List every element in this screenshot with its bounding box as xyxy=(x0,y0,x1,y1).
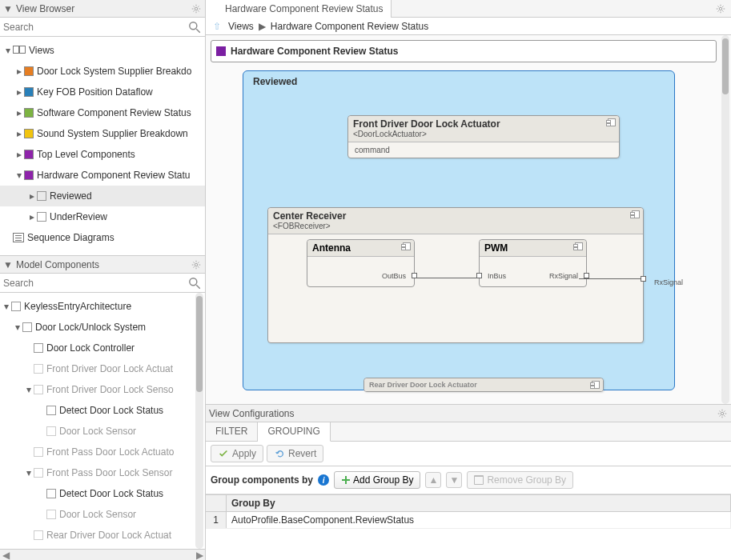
group-icon xyxy=(37,212,46,222)
diagram-title-box: Hardware Component Review Status xyxy=(211,40,717,62)
gear-icon[interactable] xyxy=(191,259,202,270)
scrollbar-vertical[interactable] xyxy=(195,293,203,549)
view-browser-search xyxy=(0,18,205,37)
tree-item[interactable]: ▾Front Driver Door Lock Senso xyxy=(0,379,205,400)
component-icon xyxy=(22,322,32,332)
connector-line xyxy=(579,278,646,279)
breadcrumb: ⇧ Views ▶ Hardware Component Review Stat… xyxy=(206,18,731,35)
component-icon xyxy=(592,381,600,389)
tree-item[interactable]: Front Driver Door Lock Actuat xyxy=(0,358,205,379)
revert-icon xyxy=(274,448,285,459)
diagram-canvas[interactable]: Hardware Component Review Status Reviewe… xyxy=(206,35,731,404)
search-input[interactable] xyxy=(3,19,187,35)
nested-component-pwm[interactable]: PWM InBus RxSignal xyxy=(479,239,587,287)
port-icon[interactable] xyxy=(476,273,482,278)
component-icon xyxy=(34,468,43,478)
search-icon[interactable] xyxy=(187,20,202,34)
component-icon xyxy=(403,242,411,250)
search-input[interactable] xyxy=(3,275,187,291)
port-label: InBus xyxy=(488,272,506,280)
view-sub-underreview[interactable]: ▸UnderReview xyxy=(0,206,205,227)
move-down-button[interactable]: ▼ xyxy=(446,472,462,488)
nested-component-antenna[interactable]: Antenna OutBus xyxy=(307,239,415,287)
apply-button[interactable]: Apply xyxy=(211,445,263,462)
tree-item[interactable]: ▾Front Pass Door Lock Sensor xyxy=(0,462,205,483)
check-icon xyxy=(218,448,229,459)
collapse-caret-icon[interactable]: ▼ xyxy=(3,3,13,14)
views-root-node[interactable]: ▾ Views xyxy=(0,40,205,61)
sequence-diagrams-node[interactable]: Sequence Diagrams xyxy=(0,227,205,248)
port-icon[interactable] xyxy=(641,276,646,282)
view-item[interactable]: ▸Top Level Components xyxy=(0,144,205,165)
svg-point-3 xyxy=(195,263,198,266)
color-swatch-icon xyxy=(216,46,226,56)
model-components-search xyxy=(0,274,205,293)
view-item[interactable]: ▸Door Lock System Supplier Breakdo xyxy=(0,61,205,82)
component-icon xyxy=(11,302,21,311)
gear-icon[interactable] xyxy=(715,3,726,14)
view-browser-header: ▼ View Browser xyxy=(0,0,205,18)
tree-item[interactable]: Door Lock Sensor xyxy=(0,421,205,442)
svg-point-1 xyxy=(190,22,197,29)
view-item[interactable]: ▸Key FOB Position Dataflow xyxy=(0,82,205,102)
view-browser-title: View Browser xyxy=(16,3,187,14)
port-label: RxSignal xyxy=(549,272,578,280)
tab-filter[interactable]: FILTER xyxy=(206,422,258,441)
model-root-node[interactable]: ▾KeylessEntryArchitecture xyxy=(0,296,205,317)
tree-item[interactable]: Detect Door Lock Status xyxy=(0,483,205,504)
color-swatch-icon xyxy=(24,87,34,97)
color-swatch-icon xyxy=(24,129,34,138)
view-sub-reviewed[interactable]: ▸Reviewed xyxy=(0,186,205,206)
component-center-receiver[interactable]: Center Receiver <FOBReceiver> Antenna Ou… xyxy=(267,207,644,343)
scroll-right-icon[interactable]: ▶ xyxy=(194,550,205,561)
tree-item[interactable]: Door Lock Sensor xyxy=(0,504,205,525)
tree-item[interactable]: Front Pass Door Lock Actuato xyxy=(0,442,205,462)
tab-grouping[interactable]: GROUPING xyxy=(258,422,330,442)
tree-item[interactable]: ▾Door Lock/Unlock System xyxy=(0,317,205,338)
component-actuator-rear[interactable]: Rear Driver Door Lock Actuator xyxy=(363,378,604,392)
connector-line xyxy=(415,278,479,278)
svg-line-2 xyxy=(196,29,200,33)
breadcrumb-item[interactable]: Hardware Component Review Status xyxy=(271,21,428,32)
move-up-button[interactable]: ▲ xyxy=(425,472,441,488)
view-item-current[interactable]: ▾Hardware Component Review Statu xyxy=(0,165,205,186)
gear-icon[interactable] xyxy=(191,3,202,14)
trash-icon xyxy=(474,475,484,485)
plus-icon xyxy=(341,475,351,485)
remove-group-by-button[interactable]: Remove Group By xyxy=(467,471,573,489)
model-components-title: Model Components xyxy=(16,259,187,270)
view-browser-tree: ▾ Views ▸Door Lock System Supplier Break… xyxy=(0,37,205,255)
horizontal-scrollbar[interactable]: ◀ ▶ xyxy=(0,549,205,560)
scrollbar-vertical[interactable] xyxy=(721,35,729,404)
component-icon xyxy=(46,489,56,498)
color-swatch-icon xyxy=(24,66,34,76)
tree-item[interactable]: Detect Door Lock Status xyxy=(0,400,205,421)
breadcrumb-item[interactable]: Views xyxy=(228,21,254,32)
component-icon xyxy=(575,242,583,250)
chevron-right-icon: ▶ xyxy=(259,21,266,32)
gear-icon[interactable] xyxy=(717,408,728,419)
scroll-left-icon[interactable]: ◀ xyxy=(0,550,11,561)
component-actuator[interactable]: Front Driver Door Lock Actuator <DoorLoc… xyxy=(347,115,620,158)
table-row[interactable]: 1 AutoProfile.BaseComponent.ReviewStatus xyxy=(206,512,731,529)
tree-item[interactable]: Door Lock Controller xyxy=(0,338,205,358)
search-icon[interactable] xyxy=(187,276,202,290)
view-icon xyxy=(214,5,222,13)
nav-up-icon[interactable]: ⇧ xyxy=(211,20,223,33)
tree-item[interactable]: Rear Driver Door Lock Actuat xyxy=(0,525,205,546)
add-group-by-button[interactable]: Add Group By xyxy=(334,471,420,489)
collapse-caret-icon[interactable]: ▼ xyxy=(3,259,13,270)
editor-tab[interactable]: Hardware Component Review Status xyxy=(206,0,392,18)
component-icon xyxy=(46,426,56,436)
info-icon[interactable]: i xyxy=(318,474,329,486)
component-icon xyxy=(46,510,56,519)
view-item[interactable]: ▸Software Component Review Status xyxy=(0,102,205,123)
reviewed-group-box[interactable]: Reviewed Front Driver Door Lock Actuator… xyxy=(243,70,675,390)
model-components-tree: ▾KeylessEntryArchitecture ▾Door Lock/Unl… xyxy=(0,293,205,549)
group-by-value[interactable]: AutoProfile.BaseComponent.ReviewStatus xyxy=(227,512,731,528)
component-name: Center Receiver xyxy=(273,210,638,222)
row-number-header xyxy=(206,495,227,511)
revert-button[interactable]: Revert xyxy=(267,445,323,462)
view-item[interactable]: ▸Sound System Supplier Breakdown xyxy=(0,123,205,144)
component-icon xyxy=(632,210,640,218)
